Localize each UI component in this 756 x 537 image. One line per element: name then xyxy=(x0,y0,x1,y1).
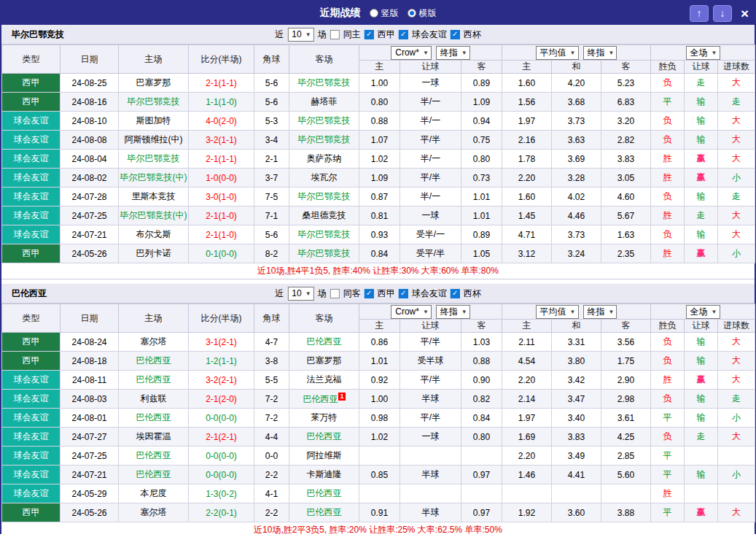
bookmaker-select[interactable]: Crow*▼ xyxy=(391,46,432,60)
cell-type: 西甲 xyxy=(2,74,61,93)
table-row: 球会友谊24-07-25毕尔巴鄂竞技(中)2-1(1-0)7-1桑坦德竞技0.8… xyxy=(2,206,755,225)
cell-home: 塞尔塔 xyxy=(119,333,189,352)
average-select[interactable]: 平均值▼ xyxy=(536,305,579,319)
close-button[interactable]: × xyxy=(741,7,749,20)
cell-away: 莱万特 xyxy=(289,409,359,428)
league-label-cup: 西杯 xyxy=(464,287,481,300)
cell-avg-home: 4.71 xyxy=(502,225,552,244)
cell-avg-away: 5.60 xyxy=(601,465,651,484)
cell-home: 毕尔巴鄂竞技 xyxy=(119,93,189,112)
cell-away: 巴伦西亚 xyxy=(289,333,359,352)
cell-date: 24-07-25 xyxy=(61,206,119,225)
match-count-select[interactable]: 10▼ xyxy=(287,287,313,301)
table-row: 球会友谊24-08-01巴伦西亚0-0(0-0)7-2莱万特0.98平/半0.8… xyxy=(2,409,755,428)
cell-away: 巴塞罗那 xyxy=(289,352,359,371)
cell-odds-home: 1.00 xyxy=(359,74,400,93)
cell-score: 0-0(0-0) xyxy=(189,409,254,428)
cell-goals-result: 小 xyxy=(718,169,755,188)
cell-score: 1-0(0-0) xyxy=(189,169,254,188)
table-row: 球会友谊24-07-28里斯本竞技3-0(1-0)7-5毕尔巴鄂竞技0.87半/… xyxy=(2,188,755,206)
mode-horizontal-option[interactable]: 横版 xyxy=(408,7,437,20)
cell-away: 巴伦西亚 xyxy=(289,484,359,503)
cell-goals-result: 大 xyxy=(718,74,755,93)
col-result: 胜负 xyxy=(651,320,685,333)
league-checkbox-friendly[interactable] xyxy=(399,289,408,298)
cell-odds-handicap: 半球 xyxy=(400,465,461,484)
cell-date: 24-08-24 xyxy=(61,333,119,352)
cell-away: 赫塔菲 xyxy=(289,93,359,112)
near-label: 近 xyxy=(275,28,284,41)
cell-corner: 0-0 xyxy=(254,447,289,465)
col-away: 客场 xyxy=(289,45,359,74)
col-result: 胜负 xyxy=(651,61,685,74)
cell-result: 负 xyxy=(651,112,685,131)
radio-unchecked-icon[interactable] xyxy=(370,9,378,18)
cell-type: 球会友谊 xyxy=(2,371,61,390)
scope-select[interactable]: 全场▼ xyxy=(686,305,720,319)
cell-corner: 5-6 xyxy=(254,225,289,244)
cell-odds-away: 0.89 xyxy=(461,225,502,244)
cell-type: 球会友谊 xyxy=(2,447,61,465)
cell-avg-draw xyxy=(552,484,601,503)
cell-odds-away: 0.82 xyxy=(461,390,502,409)
cell-goals-result: 大 xyxy=(718,333,755,352)
league-checkbox-laliga[interactable] xyxy=(365,30,374,39)
record-summary: 近10场,胜2平3负5, 胜率:20% 让胜率:25% 大率:62.5% 单率:… xyxy=(1,522,755,537)
team-section-header-0: 毕尔巴鄂竞技 近 10▼ 场 同主 西甲 球会友谊 西杯 xyxy=(1,25,755,45)
cell-goals-result: 大 xyxy=(718,131,755,150)
radio-checked-icon[interactable] xyxy=(408,9,416,18)
col-handicap-result: 让球 xyxy=(685,61,718,74)
final-odds-select[interactable]: 终指▼ xyxy=(436,46,470,60)
cell-result: 胜 xyxy=(651,244,685,263)
team-name: 巴伦西亚 xyxy=(12,287,47,300)
cell-corner: 7-2 xyxy=(254,409,289,428)
table-row: 西甲24-05-26塞尔塔2-2(0-1)2-2巴伦西亚0.91半球0.971.… xyxy=(2,503,755,522)
same-venue-checkbox[interactable] xyxy=(330,30,340,39)
cell-odds-handicap: 半/一 xyxy=(400,188,461,206)
cell-date: 24-05-29 xyxy=(61,484,119,503)
cell-avg-away: 2.85 xyxy=(601,447,651,465)
final-odds-select[interactable]: 终指▼ xyxy=(583,46,617,60)
cell-home: 毕尔巴鄂竞技(中) xyxy=(119,169,189,188)
cell-type: 球会友谊 xyxy=(2,188,61,206)
odds-group-company: Crow*▼ 终指▼ xyxy=(359,45,502,61)
cell-type: 球会友谊 xyxy=(2,206,61,225)
table-row: 球会友谊24-08-08阿斯顿维拉(中)3-2(1-1)3-4毕尔巴鄂竞技1.0… xyxy=(2,131,755,150)
cell-result: 负 xyxy=(651,188,685,206)
league-label-laliga: 西甲 xyxy=(378,287,395,300)
chevron-down-icon: ▼ xyxy=(609,50,615,56)
cell-goals-result: 大 xyxy=(718,225,755,244)
scope-select[interactable]: 全场▼ xyxy=(686,46,720,60)
move-down-button[interactable]: ↓ xyxy=(713,5,732,22)
final-odds-select[interactable]: 终指▼ xyxy=(436,305,470,319)
cell-away: 桑坦德竞技 xyxy=(289,206,359,225)
match-count-select[interactable]: 10▼ xyxy=(287,28,313,42)
cell-handicap-result: 走 xyxy=(685,206,718,225)
cell-odds-away: 1.05 xyxy=(461,244,502,263)
cell-handicap-result: 输 xyxy=(685,93,718,112)
average-select[interactable]: 平均值▼ xyxy=(536,46,579,60)
league-checkbox-cup[interactable] xyxy=(451,289,460,298)
cell-goals-result: 大 xyxy=(718,503,755,522)
table-row: 球会友谊24-08-11巴伦西亚3-2(2-1)5-5法兰克福0.92平/半0.… xyxy=(2,371,755,390)
league-checkbox-laliga[interactable] xyxy=(365,289,374,298)
col-odds-handicap: 让球 xyxy=(400,320,461,333)
league-checkbox-cup[interactable] xyxy=(451,30,460,39)
chevron-down-icon: ▼ xyxy=(570,309,576,315)
move-up-button[interactable]: ↑ xyxy=(690,5,709,22)
cell-odds-handicap: 平/半 xyxy=(400,131,461,150)
col-type: 类型 xyxy=(2,304,61,333)
cell-away: 卡斯迪隆 xyxy=(289,465,359,484)
mode-vertical-option[interactable]: 竖版 xyxy=(370,7,399,20)
cell-goals-result: 走 xyxy=(718,93,755,112)
same-venue-checkbox[interactable] xyxy=(330,289,340,298)
cell-handicap-result: 输 xyxy=(685,333,718,352)
final-odds-select[interactable]: 终指▼ xyxy=(583,305,617,319)
league-checkbox-friendly[interactable] xyxy=(399,30,408,39)
bookmaker-select[interactable]: Crow*▼ xyxy=(391,305,432,319)
cell-odds-home: 0.87 xyxy=(359,188,400,206)
cell-odds-handicap xyxy=(400,447,461,465)
cell-avg-home: 3.12 xyxy=(502,244,552,263)
team-name: 毕尔巴鄂竞技 xyxy=(12,28,64,41)
cell-avg-away: 2.90 xyxy=(601,371,651,390)
